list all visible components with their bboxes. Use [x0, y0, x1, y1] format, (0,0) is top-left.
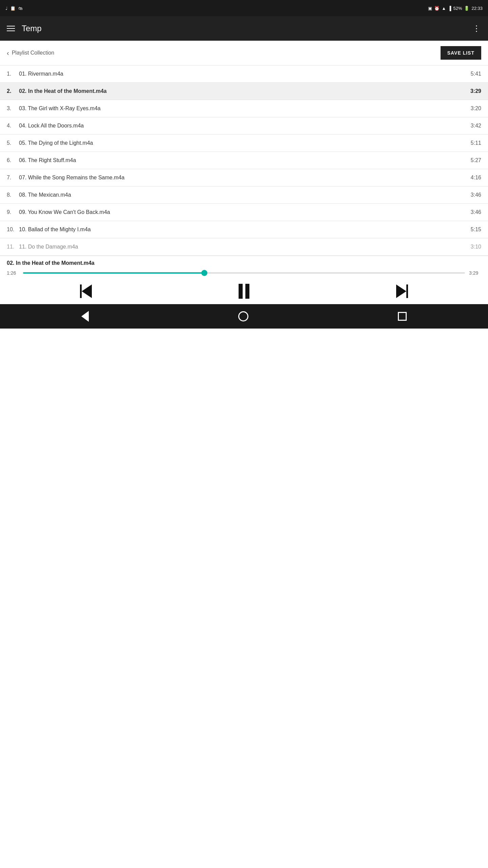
track-duration: 5:11: [471, 140, 481, 146]
battery-percent: 52%: [453, 6, 462, 11]
skip-back-button[interactable]: [80, 284, 92, 298]
progress-row: 1:26 3:29: [7, 270, 481, 276]
track-item[interactable]: 2. 02. In the Heat of the Moment.m4a 3:2…: [0, 83, 488, 100]
battery-icon: 🔋: [464, 6, 469, 11]
track-item[interactable]: 7. 07. While the Song Remains the Same.m…: [0, 169, 488, 186]
track-left: 2. 02. In the Heat of the Moment.m4a: [7, 88, 107, 94]
status-icons-left: ♩ 📋 🛍: [5, 6, 23, 11]
track-name: 03. The Girl with X-Ray Eyes.m4a: [19, 105, 101, 112]
track-left: 6. 06. The Right Stuff.m4a: [7, 157, 76, 163]
track-left: 7. 07. While the Song Remains the Same.m…: [7, 175, 124, 181]
app-title: Temp: [22, 24, 42, 33]
save-list-button[interactable]: SAVE LIST: [441, 46, 481, 60]
track-duration: 3:20: [471, 105, 481, 112]
track-duration: 3:42: [471, 123, 481, 129]
breadcrumb-row: ‹ Playlist Collection SAVE LIST: [0, 41, 488, 65]
track-name: 08. The Mexican.m4a: [19, 192, 71, 198]
clock: 22:33: [471, 6, 483, 11]
breadcrumb[interactable]: ‹ Playlist Collection: [7, 49, 54, 57]
nav-square-icon: [398, 312, 407, 321]
nav-back-icon: [81, 311, 89, 322]
track-number: 3.: [7, 105, 15, 112]
back-arrow-icon[interactable]: ‹: [7, 49, 9, 57]
track-number: 6.: [7, 157, 15, 163]
track-number: 1.: [7, 71, 15, 77]
track-duration: 3:10: [471, 244, 481, 250]
status-icons-right: ▣ ⏰ ▲ ▐ 52% 🔋 22:33: [428, 6, 483, 11]
now-playing-title: 02. In the Heat of the Moment.m4a: [7, 260, 481, 266]
track-name: 01. Riverman.m4a: [19, 71, 63, 77]
track-list: 1. 01. Riverman.m4a 5:41 2. 02. In the H…: [0, 65, 488, 256]
skip-forward-button[interactable]: [396, 284, 408, 298]
track-item[interactable]: 11. 11. Do the Damage.m4a 3:10: [0, 238, 488, 256]
track-name: 02. In the Heat of the Moment.m4a: [19, 88, 107, 94]
track-item[interactable]: 6. 06. The Right Stuff.m4a 5:27: [0, 152, 488, 169]
track-name: 06. The Right Stuff.m4a: [19, 157, 76, 163]
hamburger-menu[interactable]: [7, 26, 15, 31]
progress-track[interactable]: [23, 272, 465, 274]
signal-icon: ▐: [448, 6, 451, 11]
track-left: 8. 08. The Mexican.m4a: [7, 192, 71, 198]
vibrate-icon: ▣: [428, 6, 432, 11]
track-item[interactable]: 5. 05. The Dying of the Light.m4a 5:11: [0, 135, 488, 152]
total-time: 3:29: [469, 270, 481, 276]
track-item[interactable]: 4. 04. Lock All the Doors.m4a 3:42: [0, 117, 488, 135]
track-name: 04. Lock All the Doors.m4a: [19, 123, 84, 129]
track-left: 3. 03. The Girl with X-Ray Eyes.m4a: [7, 105, 101, 112]
track-left: 5. 05. The Dying of the Light.m4a: [7, 140, 93, 146]
skip-fwd-tri-icon: [396, 284, 406, 298]
track-left: 11. 11. Do the Damage.m4a: [7, 244, 78, 250]
status-bar: ♩ 📋 🛍 ▣ ⏰ ▲ ▐ 52% 🔋 22:33: [0, 0, 488, 16]
pause-bar-left: [239, 284, 243, 299]
wifi-icon: ▲: [442, 6, 446, 11]
progress-thumb[interactable]: [201, 270, 207, 276]
track-duration: 4:16: [471, 175, 481, 181]
nav-back-button[interactable]: [81, 311, 89, 322]
track-duration: 3:46: [471, 192, 481, 198]
nav-home-button[interactable]: [238, 311, 248, 321]
bottom-nav: [0, 304, 488, 329]
track-item[interactable]: 3. 03. The Girl with X-Ray Eyes.m4a 3:20: [0, 100, 488, 117]
track-number: 9.: [7, 209, 15, 215]
track-duration: 5:15: [471, 226, 481, 233]
breadcrumb-label: Playlist Collection: [12, 50, 54, 56]
header-left: Temp: [7, 24, 42, 33]
track-item[interactable]: 10. 10. Ballad of the Mighty I.m4a 5:15: [0, 221, 488, 238]
track-number: 7.: [7, 175, 15, 181]
more-options-icon[interactable]: ⋮: [472, 24, 481, 33]
pause-button[interactable]: [239, 284, 249, 299]
pause-icon: [239, 284, 249, 299]
player-bar: 02. In the Heat of the Moment.m4a 1:26 3…: [0, 256, 488, 304]
track-left: 4. 04. Lock All the Doors.m4a: [7, 123, 84, 129]
pause-bar-right: [245, 284, 249, 299]
track-item[interactable]: 9. 09. You Know We Can't Go Back.m4a 3:4…: [0, 204, 488, 221]
track-number: 4.: [7, 123, 15, 129]
track-item[interactable]: 8. 08. The Mexican.m4a 3:46: [0, 186, 488, 204]
nav-recents-button[interactable]: [398, 312, 407, 321]
track-left: 10. 10. Ballad of the Mighty I.m4a: [7, 226, 91, 233]
track-item[interactable]: 1. 01. Riverman.m4a 5:41: [0, 65, 488, 83]
alarm-icon: ⏰: [434, 6, 440, 11]
nav-home-icon: [238, 311, 248, 321]
track-name: 09. You Know We Can't Go Back.m4a: [19, 209, 110, 215]
track-left: 1. 01. Riverman.m4a: [7, 71, 63, 77]
current-time: 1:26: [7, 270, 19, 276]
track-duration: 3:29: [470, 88, 481, 94]
track-number: 11.: [7, 244, 15, 250]
track-number: 8.: [7, 192, 15, 198]
track-number: 5.: [7, 140, 15, 146]
skip-back-tri-icon: [82, 284, 92, 298]
track-number: 10.: [7, 226, 15, 233]
track-name: 11. Do the Damage.m4a: [19, 244, 78, 250]
track-duration: 5:27: [471, 157, 481, 163]
bag-icon: 🛍: [18, 6, 23, 11]
track-name: 10. Ballad of the Mighty I.m4a: [19, 226, 91, 233]
track-number: 2.: [7, 88, 15, 94]
app-header: Temp ⋮: [0, 16, 488, 41]
track-duration: 5:41: [471, 71, 481, 77]
track-duration: 3:46: [471, 209, 481, 215]
skip-fwd-bar-icon: [406, 284, 408, 298]
progress-fill: [23, 272, 204, 274]
track-name: 07. While the Song Remains the Same.m4a: [19, 175, 124, 181]
music-note-icon: ♩: [5, 6, 7, 11]
